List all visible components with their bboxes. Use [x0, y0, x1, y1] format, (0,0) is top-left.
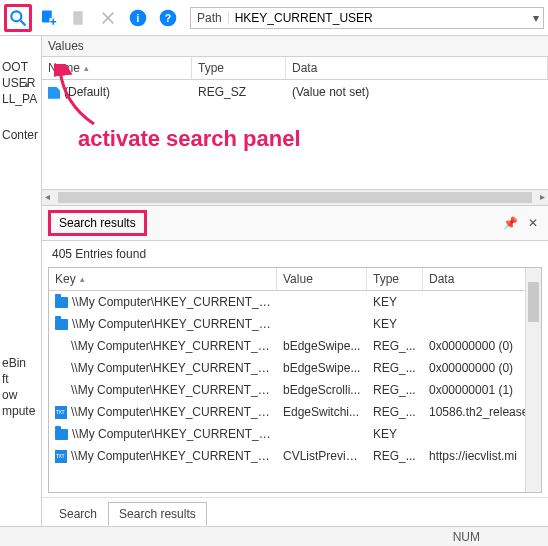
- folder-icon: [55, 319, 68, 330]
- col-type[interactable]: Type: [367, 268, 423, 290]
- value-row[interactable]: (Default) REG_SZ (Value not set): [42, 80, 548, 104]
- result-row[interactable]: \\My Computer\HKEY_CURRENT_US...bEdgeSwi…: [49, 335, 541, 357]
- col-data[interactable]: Data: [286, 57, 548, 79]
- path-value: HKEY_CURRENT_USER: [229, 11, 529, 25]
- svg-point-0: [11, 11, 21, 21]
- tree-sidebar[interactable]: ▴ OOT USER LL_PA Conter eBin ft ow mpute: [0, 36, 42, 526]
- tree-item[interactable]: Conter: [2, 128, 39, 142]
- toolbar: i ? Path HKEY_CURRENT_USER ▾: [0, 0, 548, 36]
- status-bar: NUM: [0, 526, 548, 546]
- tree-item[interactable]: OOT: [2, 60, 39, 74]
- col-data[interactable]: Data: [423, 268, 541, 290]
- values-title: Values: [42, 36, 548, 57]
- scroll-up-icon[interactable]: ▴: [24, 78, 29, 89]
- result-row[interactable]: \\My Computer\HKEY_CURRENT_US...KEY: [49, 313, 541, 335]
- search-results-grid: Key▴ Value Type Data \\My Computer\HKEY_…: [48, 267, 542, 493]
- path-label: Path: [191, 11, 229, 25]
- col-value[interactable]: Value: [277, 268, 367, 290]
- result-row[interactable]: \\My Computer\HKEY_CURRENT_US...KEY: [49, 291, 541, 313]
- result-row[interactable]: \\My Computer\HKEY_CURRENT_US...EdgeSwit…: [49, 401, 541, 423]
- dropdown-icon[interactable]: ▾: [529, 11, 543, 25]
- values-columns[interactable]: Name▴ Type Data: [42, 57, 548, 80]
- result-row[interactable]: \\My Computer\HKEY_CURRENT_US...bEdgeScr…: [49, 379, 541, 401]
- svg-line-1: [21, 20, 26, 25]
- search-icon[interactable]: [4, 4, 32, 32]
- result-row[interactable]: \\My Computer\HKEY_CURRENT_US...bEdgeSwi…: [49, 357, 541, 379]
- result-row[interactable]: \\My Computer\HKEY_CURRENT_US...CVListPr…: [49, 445, 541, 467]
- h-scrollbar[interactable]: ◂ ▸: [42, 189, 548, 205]
- path-input[interactable]: Path HKEY_CURRENT_USER ▾: [190, 7, 544, 29]
- pin-icon[interactable]: 📌: [497, 216, 524, 230]
- folder-icon: [55, 297, 68, 308]
- svg-text:i: i: [137, 13, 140, 24]
- help-icon[interactable]: ?: [154, 4, 182, 32]
- search-results-header: Search results 📌 ✕: [42, 206, 548, 241]
- values-panel: Values Name▴ Type Data (Default) REG_SZ …: [42, 36, 548, 206]
- tree-item[interactable]: LL_PA: [2, 92, 39, 106]
- tree-item[interactable]: mpute: [2, 404, 39, 418]
- delete-icon: [94, 4, 122, 32]
- txt-icon: [55, 450, 67, 463]
- sort-asc-icon: ▴: [80, 274, 85, 284]
- tree-item[interactable]: USER: [2, 76, 39, 90]
- search-results-title: Search results: [48, 210, 147, 236]
- tree-item[interactable]: eBin: [2, 356, 39, 370]
- result-row[interactable]: \\My Computer\HKEY_CURRENT_US...KEY: [49, 423, 541, 445]
- status-num: NUM: [453, 530, 480, 544]
- close-icon[interactable]: ✕: [524, 216, 542, 230]
- bottom-tabs: Search Search results: [42, 497, 548, 526]
- col-type[interactable]: Type: [192, 57, 286, 79]
- results-count: 405 Entries found: [42, 241, 548, 267]
- folder-icon: [55, 429, 68, 440]
- sort-asc-icon: ▴: [84, 63, 89, 73]
- col-name[interactable]: Name: [48, 61, 80, 75]
- annotation-text: activate search panel: [78, 126, 301, 152]
- add-icon[interactable]: [34, 4, 62, 32]
- tab-search[interactable]: Search: [48, 502, 108, 526]
- value-icon: [48, 87, 60, 99]
- tree-item[interactable]: ft: [2, 372, 39, 386]
- v-scrollbar[interactable]: [525, 268, 541, 492]
- svg-rect-6: [73, 11, 82, 24]
- svg-text:?: ?: [165, 13, 171, 24]
- col-key[interactable]: Key: [55, 272, 76, 286]
- sr-columns[interactable]: Key▴ Value Type Data: [49, 268, 541, 291]
- document-icon: [64, 4, 92, 32]
- txt-icon: [55, 406, 67, 419]
- tree-item[interactable]: ow: [2, 388, 39, 402]
- tab-results[interactable]: Search results: [108, 502, 207, 526]
- info-icon[interactable]: i: [124, 4, 152, 32]
